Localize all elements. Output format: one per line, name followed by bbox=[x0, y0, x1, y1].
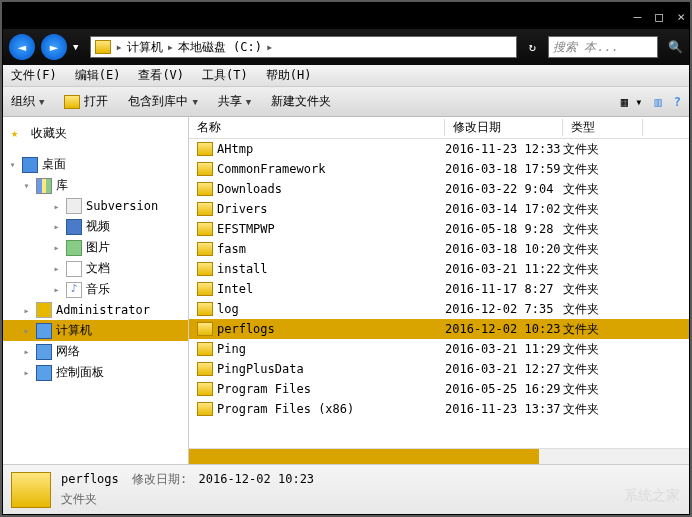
menu-file[interactable]: 文件(F) bbox=[11, 67, 57, 84]
menu-view[interactable]: 查看(V) bbox=[138, 67, 184, 84]
expand-icon[interactable]: ▸ bbox=[51, 201, 62, 212]
file-row[interactable]: Intel2016-11-17 8:27文件夹 bbox=[189, 279, 689, 299]
menu-edit[interactable]: 编辑(E) bbox=[75, 67, 121, 84]
separator-icon: ▸ bbox=[115, 40, 122, 54]
file-type: 文件夹 bbox=[563, 161, 643, 178]
sidebar-item[interactable]: ▸视频 bbox=[3, 216, 188, 237]
open-button[interactable]: 打开 bbox=[64, 93, 108, 110]
menu-tools[interactable]: 工具(T) bbox=[202, 67, 248, 84]
file-row[interactable]: fasm2016-03-18 10:20文件夹 bbox=[189, 239, 689, 259]
collapse-icon[interactable]: ▾ bbox=[7, 159, 18, 170]
sidebar-item[interactable]: ▸♪音乐 bbox=[3, 279, 188, 300]
expand-icon[interactable]: ▸ bbox=[51, 284, 62, 295]
expand-icon[interactable]: ▸ bbox=[21, 325, 32, 336]
file-row[interactable]: CommonFramework2016-03-18 17:59文件夹 bbox=[189, 159, 689, 179]
file-row[interactable]: EFSTMPWP2016-05-18 9:28文件夹 bbox=[189, 219, 689, 239]
breadcrumb-computer[interactable]: 计算机 bbox=[127, 39, 163, 56]
file-name: Ping bbox=[217, 342, 246, 356]
expand-icon[interactable]: ▸ bbox=[51, 242, 62, 253]
sidebar-network[interactable]: ▸ 网络 bbox=[3, 341, 188, 362]
file-row[interactable]: Drivers2016-03-14 17:02文件夹 bbox=[189, 199, 689, 219]
file-row[interactable]: AHtmp2016-11-23 12:33文件夹 bbox=[189, 139, 689, 159]
refresh-icon[interactable]: ↻ bbox=[529, 40, 536, 54]
file-row[interactable]: Program Files2016-05-25 16:29文件夹 bbox=[189, 379, 689, 399]
share-button[interactable]: 共享▼ bbox=[218, 93, 251, 110]
file-type: 文件夹 bbox=[563, 361, 643, 378]
file-name: EFSTMPWP bbox=[217, 222, 275, 236]
sidebar-control-panel[interactable]: ▸ 控制面板 bbox=[3, 362, 188, 383]
expand-icon[interactable]: ▸ bbox=[21, 367, 32, 378]
menu-help[interactable]: 帮助(H) bbox=[266, 67, 312, 84]
organize-button[interactable]: 组织▼ bbox=[11, 93, 44, 110]
horizontal-scrollbar[interactable] bbox=[189, 448, 689, 464]
maximize-button[interactable]: □ bbox=[655, 9, 663, 24]
file-type: 文件夹 bbox=[563, 221, 643, 238]
file-date: 2016-03-18 17:59 bbox=[445, 162, 563, 176]
include-in-library-button[interactable]: 包含到库中▼ bbox=[128, 93, 197, 110]
expand-icon[interactable]: ▸ bbox=[21, 305, 32, 316]
modified-date: 2016-12-02 10:23 bbox=[199, 472, 315, 486]
file-row[interactable]: Downloads2016-03-22 9:04文件夹 bbox=[189, 179, 689, 199]
forward-button[interactable]: ► bbox=[41, 34, 67, 60]
expand-icon[interactable]: ▸ bbox=[51, 263, 62, 274]
sidebar-item[interactable]: ▸Subversion bbox=[3, 196, 188, 216]
file-name: AHtmp bbox=[217, 142, 253, 156]
file-type: 文件夹 bbox=[563, 281, 643, 298]
file-row[interactable]: Ping2016-03-21 11:29文件夹 bbox=[189, 339, 689, 359]
column-type[interactable]: 类型 bbox=[563, 119, 643, 136]
explorer-window: – □ × ◄ ► ▼ ▸ 计算机 ▸ 本地磁盘 (C:) ▸ ↻ 搜索 本..… bbox=[2, 2, 690, 515]
file-date: 2016-11-23 13:37 bbox=[445, 402, 563, 416]
file-row[interactable]: Program Files (x86)2016-11-23 13:37文件夹 bbox=[189, 399, 689, 419]
file-type: 文件夹 bbox=[563, 201, 643, 218]
sidebar-item-label: 文档 bbox=[86, 260, 110, 277]
sidebar-item[interactable]: ▸文档 bbox=[3, 258, 188, 279]
folder-icon bbox=[197, 142, 213, 156]
file-name: Intel bbox=[217, 282, 253, 296]
address-bar[interactable]: ▸ 计算机 ▸ 本地磁盘 (C:) ▸ bbox=[90, 36, 516, 58]
column-date[interactable]: 修改日期 bbox=[445, 119, 563, 136]
modified-label: 修改日期: bbox=[132, 472, 187, 486]
breadcrumb-drive-c[interactable]: 本地磁盘 (C:) bbox=[178, 39, 262, 56]
file-date: 2016-05-18 9:28 bbox=[445, 222, 563, 236]
content-area: ★ 收藏夹 ▾ 桌面 ▾ 库 ▸Subversion▸视频▸图片▸文档▸♪音乐 … bbox=[3, 117, 689, 464]
preview-pane-icon[interactable]: ▥ bbox=[655, 95, 662, 109]
history-dropdown-icon[interactable]: ▼ bbox=[73, 42, 78, 52]
file-row[interactable]: log2016-12-02 7:35文件夹 bbox=[189, 299, 689, 319]
navigation-pane: ★ 收藏夹 ▾ 桌面 ▾ 库 ▸Subversion▸视频▸图片▸文档▸♪音乐 … bbox=[3, 117, 189, 464]
new-folder-button[interactable]: 新建文件夹 bbox=[271, 93, 331, 110]
search-input[interactable]: 搜索 本... bbox=[548, 36, 658, 58]
close-button[interactable]: × bbox=[677, 9, 685, 24]
minimize-button[interactable]: – bbox=[634, 9, 642, 24]
folder-icon bbox=[197, 182, 213, 196]
file-row[interactable]: PingPlusData2016-03-21 12:27文件夹 bbox=[189, 359, 689, 379]
file-date: 2016-11-23 12:33 bbox=[445, 142, 563, 156]
file-type: 文件夹 bbox=[563, 401, 643, 418]
file-row[interactable]: perflogs2016-12-02 10:23文件夹 bbox=[189, 319, 689, 339]
expand-icon[interactable]: ▸ bbox=[51, 221, 62, 232]
file-type: 文件夹 bbox=[563, 341, 643, 358]
sidebar-computer[interactable]: ▸ 计算机 bbox=[3, 320, 188, 341]
view-options-icon[interactable]: ▦ ▾ bbox=[621, 95, 643, 109]
control-panel-icon bbox=[36, 365, 52, 381]
file-type: 文件夹 bbox=[563, 321, 643, 338]
menu-bar: 文件(F) 编辑(E) 查看(V) 工具(T) 帮助(H) bbox=[3, 65, 689, 87]
file-type: 文件夹 bbox=[563, 141, 643, 158]
sidebar-libraries[interactable]: ▾ 库 bbox=[3, 175, 188, 196]
search-icon[interactable]: 🔍 bbox=[668, 40, 683, 54]
sidebar-item-label: 图片 bbox=[86, 239, 110, 256]
file-row[interactable]: install2016-03-21 11:22文件夹 bbox=[189, 259, 689, 279]
file-list-pane: 名称 修改日期 类型 AHtmp2016-11-23 12:33文件夹Commo… bbox=[189, 117, 689, 464]
sidebar-administrator[interactable]: ▸ Administrator bbox=[3, 300, 188, 320]
sidebar-desktop[interactable]: ▾ 桌面 bbox=[3, 154, 188, 175]
help-icon[interactable]: ? bbox=[674, 95, 681, 109]
separator-icon: ▸ bbox=[266, 40, 273, 54]
sidebar-item[interactable]: ▸图片 bbox=[3, 237, 188, 258]
scrollbar-thumb[interactable] bbox=[189, 449, 539, 464]
item-icon: ♪ bbox=[66, 282, 82, 298]
collapse-icon[interactable]: ▾ bbox=[21, 180, 32, 191]
column-name[interactable]: 名称 bbox=[189, 119, 445, 136]
file-name: fasm bbox=[217, 242, 246, 256]
back-button[interactable]: ◄ bbox=[9, 34, 35, 60]
sidebar-favorites[interactable]: ★ 收藏夹 bbox=[3, 123, 188, 144]
expand-icon[interactable]: ▸ bbox=[21, 346, 32, 357]
